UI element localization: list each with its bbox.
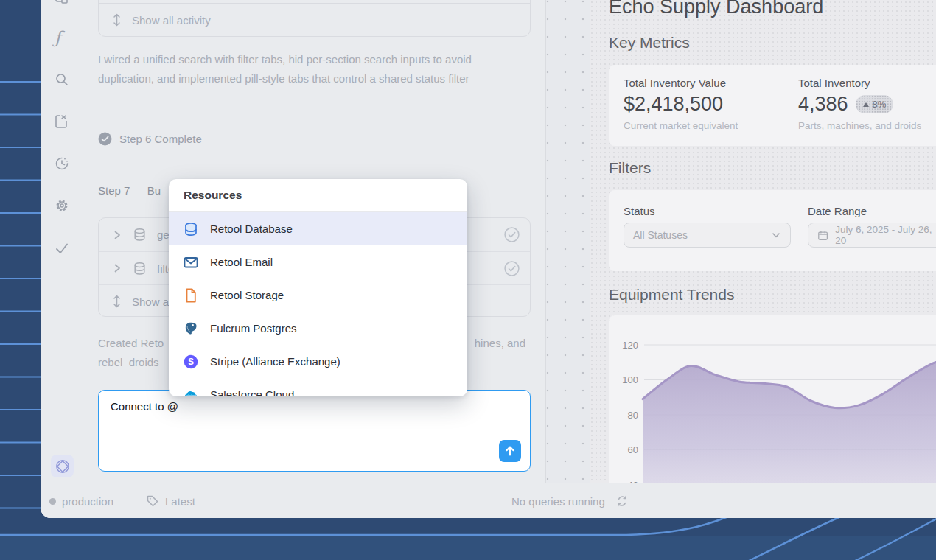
agent-summary-text: I wired a unified search with filter tab… [98,50,515,88]
status-select[interactable]: All Statuses [624,223,791,248]
chevron-right-icon [112,263,122,273]
resources-popover: Resources Retool DatabaseRetool EmailRet… [169,179,467,396]
step6-complete-status: Step 6 Complete [98,132,202,146]
storage-icon [184,288,198,303]
history-icon[interactable] [55,156,69,171]
resource-item[interactable]: Retool Database [169,212,467,245]
up-down-arrows-icon [112,13,122,27]
salesforce-icon: salesforce [184,388,198,397]
resource-item-label: Stripe (Alliance Exchange) [210,355,340,368]
step6-label: Step 6 Complete [119,133,202,145]
key-metrics-heading: Key Metrics [609,34,690,52]
resource-item[interactable]: salesforceSalesforce Cloud [169,378,467,396]
resources-popover-title: Resources [169,179,467,212]
code-icon[interactable] [55,114,69,129]
version-label: Latest [165,495,195,508]
status-bar: production Latest No queries running [41,483,936,518]
equipment-trends-heading: Equipment Trends [609,286,734,304]
show-all-activity-toggle[interactable]: Show all activity [99,4,530,36]
stripe-icon: S [184,354,198,369]
svg-text:60: 60 [628,444,638,455]
message-composer[interactable]: Connect to @ [98,390,531,472]
screen: ƒ [0,0,936,560]
queries-status: No queries running [511,483,629,518]
svg-text:S: S [188,357,194,367]
status-filter-label: Status [624,205,655,217]
environment-selector[interactable]: production [49,483,113,518]
email-icon [184,255,198,270]
ai-assistant-icon[interactable] [51,455,74,477]
canvas-dot-grid [545,0,590,483]
queries-status-label: No queries running [511,495,605,508]
calendar-icon [817,229,828,242]
filters-card: Status All Statuses Date Range July [609,190,936,271]
function-icon[interactable]: ƒ [55,28,69,43]
app-window: ƒ [41,0,936,518]
composer-input-value[interactable]: Connect to @ [111,400,178,413]
svg-text:100: 100 [622,374,638,385]
editor-sidebar: ƒ [41,0,83,518]
component-icon[interactable] [55,0,69,9]
activity-summary-box: Show all activity [98,0,531,37]
date-range-picker[interactable]: July 6, 2025 - July 26, 20 [808,223,936,248]
environment-label: production [62,495,113,508]
settings-gear-icon[interactable] [55,198,69,213]
release-version[interactable]: Latest [146,483,195,518]
status-select-value: All Statuses [633,229,764,241]
show-all-activity-label: Show all activity [132,14,211,27]
resource-item[interactable]: Retool Storage [169,279,467,312]
database-icon [133,262,147,276]
key-metrics-card: Total Inventory Value $2,418,500 Current… [609,65,936,146]
environment-dot-icon [49,498,56,505]
show-all-activity-label: Show a [132,295,169,308]
svg-text:120: 120 [622,340,638,351]
arrow-up-icon [504,445,516,457]
resource-item-label: Retool Storage [210,289,284,301]
check-icon[interactable] [55,241,69,256]
resource-item-label: Retool Email [210,256,273,268]
created-resources-text: rebel_droids [98,356,159,368]
resource-item-label: Retool Database [210,223,293,235]
up-down-arrows-icon [112,295,122,308]
metric-total-inventory: Total Inventory 4,386 8% Parts, machines… [798,77,921,131]
date-range-value: July 6, 2025 - July 26, 20 [835,224,934,246]
resource-item-label: Salesforce Cloud [210,388,294,396]
postgres-icon [184,321,198,336]
search-icon[interactable] [55,72,69,87]
database-icon [133,228,147,242]
row-check-icon [504,227,520,242]
triangle-up-icon [863,102,869,107]
chevron-down-icon [771,230,781,240]
date-range-label: Date Range [808,205,867,217]
step7-heading: Step 7 — Bu [98,184,161,197]
tag-icon [146,494,159,508]
resource-item-label: Fulcrum Postgres [210,322,297,335]
filters-heading: Filters [609,159,651,177]
database-icon [184,222,198,237]
resource-item[interactable]: SStripe (Alliance Exchange) [169,345,467,378]
resource-list: Retool DatabaseRetool EmailRetool Storag… [169,212,467,396]
refresh-icon[interactable] [615,494,629,508]
trend-badge: 8% [856,95,894,113]
step-complete-icon [98,132,112,146]
dashboard-title: Echo Supply Dashboard [609,0,823,18]
resource-item[interactable]: Fulcrum Postgres [169,312,467,345]
metric-total-inventory-value: Total Inventory Value $2,418,500 Current… [624,77,738,131]
svg-text:80: 80 [628,410,638,421]
svg-text:salesforce: salesforce [186,394,196,396]
chevron-right-icon [112,230,122,240]
dashboard-panel: Echo Supply Dashboard Key Metrics Total … [590,0,936,518]
send-button[interactable] [499,440,521,462]
resource-item[interactable]: Retool Email [169,245,467,279]
row-check-icon [504,261,520,276]
